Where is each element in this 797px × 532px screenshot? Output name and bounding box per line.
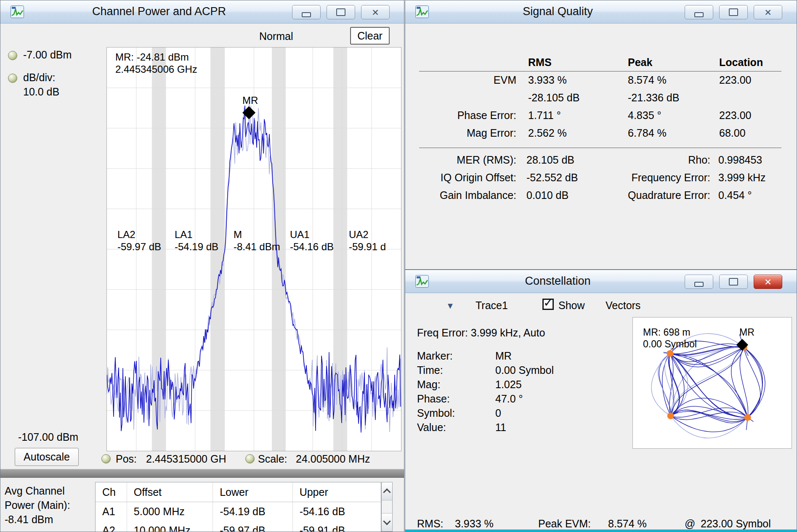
row-phase-error-label: Phase Error: xyxy=(405,109,516,122)
constellation-window: Constellation ✕ ▼ Trace1 ✓ Show Vectors … xyxy=(405,270,797,532)
symbol-label: Symbol: xyxy=(417,407,455,419)
scroll-down-button[interactable] xyxy=(382,513,392,531)
pos-value[interactable]: 2.445315000 GH xyxy=(146,453,226,465)
ref-level-value[interactable]: -7.00 dBm xyxy=(23,49,72,61)
trace-dropdown-icon[interactable]: ▼ xyxy=(446,301,454,311)
phase-error-peak: 4.835 ° xyxy=(628,109,662,122)
marker-readout: MR: -24.81 dBm 2.445345006 GHz xyxy=(115,51,197,75)
show-label[interactable]: Show xyxy=(558,299,585,312)
footer-rms-label: RMS: xyxy=(417,518,444,530)
mag-value: 1.025 xyxy=(495,378,522,391)
mag-label: Mag: xyxy=(417,378,441,391)
ref-level-knob-icon[interactable] xyxy=(8,51,17,60)
acpr-offset-table: Ch Offset Lower Upper A1 5.000 MHz -54.1… xyxy=(95,482,381,532)
maximize-button[interactable] xyxy=(327,5,355,19)
mag-error-rms: 2.562 % xyxy=(528,127,567,139)
gain-imbalance-label: Gain Imbalance: xyxy=(405,189,516,201)
desktop: Channel Power and ACPR ✕ Normal Clear -7… xyxy=(0,0,797,532)
scale-knob-icon[interactable] xyxy=(245,454,255,463)
scroll-up-button[interactable] xyxy=(382,482,392,500)
autoscale-button[interactable]: Autoscale xyxy=(15,448,79,466)
minimize-icon xyxy=(694,12,704,17)
phase-error-location: 223.00 xyxy=(719,109,751,122)
channel-power-window: Channel Power and ACPR ✕ Normal Clear -7… xyxy=(0,0,404,532)
symbol-value: 0 xyxy=(495,407,501,419)
col-header-upper: Upper xyxy=(293,482,381,502)
section-rule xyxy=(419,148,781,148)
maximize-button[interactable] xyxy=(719,5,748,19)
gain-imbalance-value: 0.010 dB xyxy=(526,189,569,201)
signal-quality-titlebar[interactable]: Signal Quality ✕ xyxy=(405,0,797,24)
frequency-error-value: 3.999 kHz xyxy=(718,172,766,184)
constellation-titlebar[interactable]: Constellation ✕ xyxy=(405,270,797,293)
col-rms: RMS xyxy=(528,56,552,69)
vectors-label[interactable]: Vectors xyxy=(606,299,640,312)
channel-label-la2: LA2-59.97 dB xyxy=(117,228,161,253)
quadrature-error-value: 0.454 ° xyxy=(718,189,752,201)
constellation-mr-label: MR xyxy=(739,327,754,338)
phase-value: 47.0 ° xyxy=(495,393,523,405)
frequency-error-label: Frequency Error: xyxy=(586,172,710,184)
clear-button[interactable]: Clear xyxy=(350,27,390,45)
channel-label-ua1: UA1-54.16 dB xyxy=(290,228,334,253)
footer-rms-value: 3.933 % xyxy=(455,518,494,530)
channel-power-titlebar[interactable]: Channel Power and ACPR ✕ xyxy=(0,0,404,24)
chevron-up-icon xyxy=(383,488,391,496)
constellation-plot[interactable]: MR: 698 m 0.00 Symbol MR xyxy=(633,318,792,448)
close-icon: ✕ xyxy=(764,278,772,286)
header-rule xyxy=(419,71,781,71)
marker-value: MR xyxy=(495,350,512,362)
marker-label: Marker: xyxy=(417,350,453,362)
iq-origin-offset-value: -52.552 dB xyxy=(526,172,578,184)
minimize-button[interactable] xyxy=(292,5,321,19)
scale-div-knob-icon[interactable] xyxy=(8,74,17,83)
window-splitter[interactable] xyxy=(0,469,404,478)
minimize-button[interactable] xyxy=(685,5,713,19)
db-per-div-value[interactable]: 10.0 dB xyxy=(23,86,59,98)
time-value: 0.00 Symbol xyxy=(495,364,554,376)
close-button[interactable]: ✕ xyxy=(754,5,782,19)
close-icon: ✕ xyxy=(372,8,379,17)
app-icon xyxy=(415,5,429,18)
maximize-icon xyxy=(729,278,738,286)
minimize-button[interactable] xyxy=(685,275,713,289)
active-window-highlight xyxy=(405,529,797,532)
evm-db-rms: -28.105 dB xyxy=(528,92,579,104)
show-checkbox[interactable]: ✓ xyxy=(542,299,554,310)
close-button[interactable]: ✕ xyxy=(754,275,782,289)
evm-peak: 8.574 % xyxy=(628,74,667,86)
window-title: Channel Power and ACPR xyxy=(26,5,292,18)
pos-knob-icon[interactable] xyxy=(101,454,111,463)
constellation-marker-annotation-2: 0.00 Symbol xyxy=(643,339,697,350)
pos-label[interactable]: Pos: xyxy=(116,453,137,465)
spectrum-plot[interactable]: MR: -24.81 dBm 2.445345006 GHz MR LA2-59… xyxy=(107,48,401,451)
scale-value[interactable]: 24.005000 MHz xyxy=(296,453,370,465)
row-mag-error-label: Mag Error: xyxy=(405,127,516,139)
minimize-icon xyxy=(694,282,704,287)
footer-at-label: @ xyxy=(685,518,695,530)
trace-selector[interactable]: Trace1 xyxy=(476,299,508,312)
db-per-div-label[interactable]: dB/div: xyxy=(23,71,55,84)
bottom-level-value: -107.00 dBm xyxy=(18,431,78,443)
close-button[interactable]: ✕ xyxy=(361,5,390,19)
evm-rms: 3.933 % xyxy=(528,74,567,86)
table-row[interactable]: A1 5.000 MHz -54.19 dB -54.16 dB xyxy=(96,502,381,521)
table-row[interactable]: A2 10.000 MHz -59.97 dB -59.91 dB xyxy=(96,521,381,532)
footer-peak-evm-label: Peak EVM: xyxy=(538,518,591,530)
col-peak: Peak xyxy=(628,56,652,69)
constellation-marker-annotation-1: MR: 698 m xyxy=(643,327,690,338)
freq-error-readout: Freq Error: 3.999 kHz, Auto xyxy=(417,327,545,339)
channel-label-m: M-8.41 dBm xyxy=(234,228,280,253)
col-header-ch: Ch xyxy=(96,482,127,502)
mag-error-location: 68.00 xyxy=(719,127,746,139)
maximize-button[interactable] xyxy=(719,275,748,289)
close-icon: ✕ xyxy=(764,8,772,17)
table-scrollbar[interactable] xyxy=(381,482,393,532)
evm-location: 223.00 xyxy=(719,74,751,86)
scale-label[interactable]: Scale: xyxy=(258,453,287,465)
mag-error-peak: 6.784 % xyxy=(628,127,667,139)
check-icon: ✓ xyxy=(543,296,553,310)
col-header-offset: Offset xyxy=(127,482,213,502)
value-value: 11 xyxy=(495,421,506,434)
minimize-icon xyxy=(302,12,311,17)
